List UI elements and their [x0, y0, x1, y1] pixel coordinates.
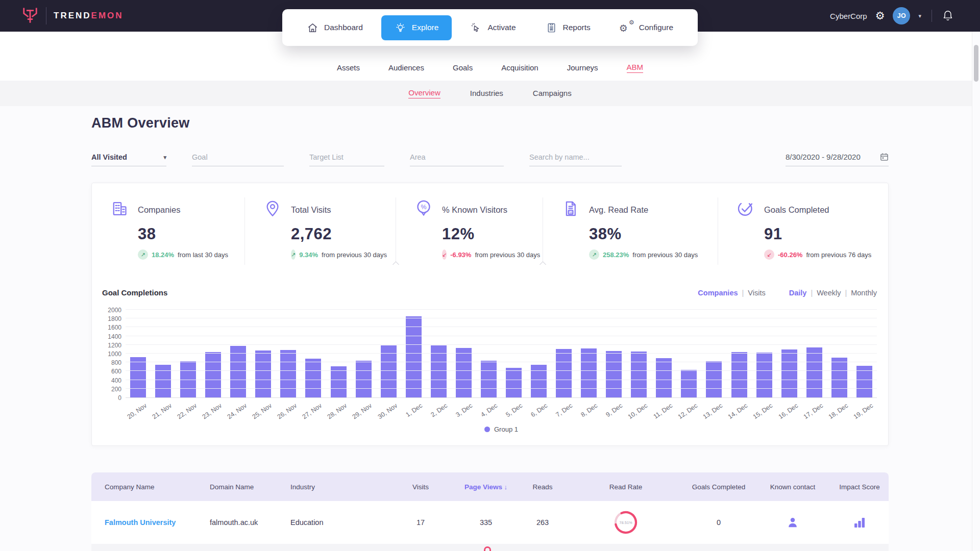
kpi-delta-value: -60.26% — [778, 251, 802, 259]
tab-overview[interactable]: Overview — [408, 88, 440, 98]
y-tick-label: 1800 — [108, 315, 121, 322]
bar — [255, 350, 271, 397]
search-input[interactable] — [529, 153, 622, 166]
next-row-partial — [91, 544, 889, 551]
subnav-item-acquisition[interactable]: Acquisition — [501, 63, 538, 73]
subnav-item-abm[interactable]: ABM — [627, 63, 644, 73]
nav-item-explore[interactable]: Explore — [381, 15, 452, 40]
avatar[interactable]: JO — [893, 7, 910, 24]
nav-item-activate[interactable]: Activate — [459, 16, 527, 40]
location-pin-icon — [262, 198, 283, 221]
column-header-company-name[interactable]: Company Name — [91, 483, 197, 491]
y-tick-label: 800 — [111, 359, 121, 366]
period-toggle: Daily|Weekly|Monthly — [789, 289, 877, 297]
x-tick-label: 11, Dec — [652, 402, 674, 420]
kpi-value: 2,762 — [291, 225, 385, 243]
toggle-companies[interactable]: Companies — [698, 289, 738, 297]
bar — [155, 365, 171, 397]
tab-campaigns[interactable]: Campaigns — [533, 89, 572, 98]
x-tick-label: 10, Dec — [627, 402, 649, 420]
y-tick-label: 1200 — [108, 342, 121, 349]
kpi-delta-value: 18.24% — [152, 251, 174, 259]
kpi-delta-period: from previous 30 days — [322, 251, 387, 259]
kpi-value: 38 — [138, 225, 234, 243]
kpi-label: % Known Visitors — [442, 205, 507, 215]
bar — [456, 348, 472, 397]
lightbulb-icon — [395, 22, 406, 34]
check-circle-icon — [736, 198, 756, 221]
toggle-daily[interactable]: Daily — [789, 289, 807, 297]
x-tick-label: 27, Nov — [301, 402, 323, 420]
bar — [731, 352, 747, 397]
subnav-item-journeys[interactable]: Journeys — [567, 63, 598, 73]
nav-item-label: Activate — [487, 23, 516, 32]
gridline — [126, 353, 877, 354]
x-tick-label: 25, Nov — [251, 402, 273, 420]
x-tick-label: 28, Nov — [326, 402, 348, 420]
kpi-delta-value: 258.23% — [603, 251, 629, 259]
bar — [781, 349, 797, 397]
svg-text:78.51%: 78.51% — [619, 520, 632, 525]
kpi-label: Avg. Read Rate — [589, 205, 648, 215]
nav-item-dashboard[interactable]: Dashboard — [296, 16, 374, 40]
scrollbar-thumb[interactable] — [974, 45, 978, 82]
x-tick-label: 1, Dec — [404, 402, 424, 418]
column-header-visits[interactable]: Visits — [385, 483, 456, 491]
table-body: Falmouth Universityfalmouth.ac.ukEducati… — [91, 501, 889, 544]
column-header-impact-score[interactable]: Impact Score — [830, 483, 889, 491]
trend-down-icon: ↙ — [442, 249, 447, 260]
bar — [506, 368, 522, 397]
page-title: ABM Overview — [91, 115, 889, 131]
person-icon[interactable] — [755, 516, 830, 529]
date-range-picker[interactable]: 8/30/2020 - 9/28/2020 — [786, 153, 889, 166]
tab-industries[interactable]: Industries — [470, 89, 503, 98]
y-tick-label: 400 — [111, 377, 121, 384]
notifications-bell-icon[interactable] — [942, 10, 953, 22]
impact-bars-icon[interactable] — [830, 516, 889, 529]
bar — [406, 316, 422, 397]
column-header-read-rate[interactable]: Read Rate — [569, 483, 682, 491]
main-nav: DashboardExploreActivateReports⚙⚙Configu… — [282, 9, 698, 46]
bars — [126, 310, 877, 397]
column-header-industry[interactable]: Industry — [277, 483, 385, 491]
x-tick-label: 18, Dec — [827, 402, 849, 420]
column-header-domain-name[interactable]: Domain Name — [197, 483, 277, 491]
divider — [932, 10, 932, 22]
x-tick-label: 3, Dec — [454, 402, 474, 418]
nav-item-configure[interactable]: ⚙⚙Configure — [609, 15, 684, 40]
metric-toggle: Companies|Visits — [698, 289, 765, 297]
company-link[interactable]: Falmouth University — [91, 518, 197, 527]
trend-up-icon: ↗ — [291, 249, 296, 260]
stats-card: Companies38↗18.24%from last 30 daysTotal… — [91, 183, 889, 446]
subnav-item-audiences[interactable]: Audiences — [388, 63, 424, 73]
brand-logo[interactable]: TRENDEMON — [21, 7, 124, 25]
x-tick-label: 9, Dec — [605, 402, 624, 418]
column-header-known-contact[interactable]: Known contact — [755, 483, 830, 491]
bar — [581, 348, 597, 397]
visited-filter-dropdown[interactable]: All Visited ▾ — [91, 153, 166, 166]
kpi-row: Companies38↗18.24%from last 30 daysTotal… — [92, 183, 888, 275]
toggle-weekly[interactable]: Weekly — [817, 289, 841, 297]
buildings-icon — [109, 198, 130, 221]
bar — [681, 370, 697, 397]
subnav-item-goals[interactable]: Goals — [453, 63, 473, 73]
nav-item-reports[interactable]: Reports — [534, 16, 602, 40]
trend-up-icon: ↗ — [589, 249, 599, 260]
column-header-goals-completed[interactable]: Goals Completed — [682, 483, 755, 491]
toggle-visits[interactable]: Visits — [748, 289, 765, 297]
column-header-page-views[interactable]: Page Views ↓ — [456, 483, 516, 491]
column-header-reads[interactable]: Reads — [516, 483, 569, 491]
trend-down-icon: ↙ — [764, 249, 774, 260]
subnav-item-assets[interactable]: Assets — [337, 63, 360, 73]
chevron-down-icon[interactable]: ▾ — [918, 13, 921, 19]
goal-filter-input[interactable] — [192, 153, 284, 166]
area-filter-input[interactable] — [410, 153, 504, 166]
filters-row: All Visited ▾ 8/30/2020 - 9/28/2020 — [91, 153, 889, 166]
kpi-label: Total Visits — [291, 205, 331, 215]
settings-gear-icon[interactable]: ⚙ — [875, 10, 885, 22]
x-tick-label: 22, Nov — [176, 402, 198, 420]
calendar-icon — [880, 153, 889, 161]
target-list-filter-input[interactable] — [309, 153, 384, 166]
companies-table: Company NameDomain NameIndustryVisitsPag… — [91, 472, 889, 551]
toggle-monthly[interactable]: Monthly — [851, 289, 877, 297]
